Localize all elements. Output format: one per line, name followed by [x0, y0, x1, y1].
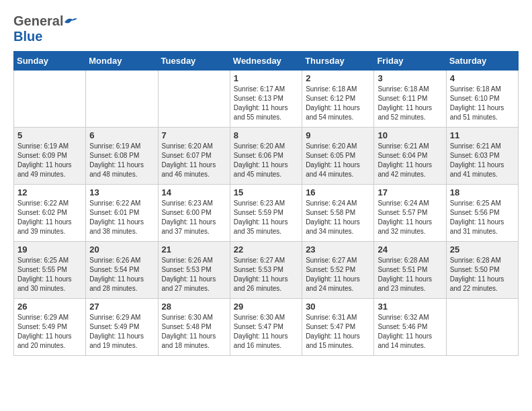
day-info: Sunrise: 6:20 AM Sunset: 6:07 PM Dayligh…: [162, 142, 226, 179]
calendar-cell: 28Sunrise: 6:30 AM Sunset: 5:48 PM Dayli…: [158, 299, 230, 356]
day-info: Sunrise: 6:19 AM Sunset: 6:08 PM Dayligh…: [89, 142, 154, 179]
day-info: Sunrise: 6:24 AM Sunset: 5:57 PM Dayligh…: [378, 199, 442, 236]
calendar-cell: 26Sunrise: 6:29 AM Sunset: 5:49 PM Dayli…: [14, 299, 86, 356]
day-number: 24: [378, 244, 442, 255]
day-number: 29: [234, 302, 298, 312]
calendar-cell: 5Sunrise: 6:19 AM Sunset: 6:09 PM Daylig…: [14, 128, 86, 185]
day-number: 21: [162, 244, 226, 255]
day-info: Sunrise: 6:23 AM Sunset: 5:59 PM Dayligh…: [234, 199, 298, 236]
calendar-cell: 21Sunrise: 6:26 AM Sunset: 5:53 PM Dayli…: [158, 242, 230, 299]
day-number: 20: [89, 244, 154, 255]
calendar-cell: 25Sunrise: 6:28 AM Sunset: 5:50 PM Dayli…: [446, 242, 518, 299]
day-info: Sunrise: 6:28 AM Sunset: 5:50 PM Dayligh…: [450, 256, 515, 293]
calendar-cell: 14Sunrise: 6:23 AM Sunset: 6:00 PM Dayli…: [158, 185, 230, 242]
calendar-cell: 6Sunrise: 6:19 AM Sunset: 6:08 PM Daylig…: [86, 128, 158, 185]
calendar-cell: [158, 71, 230, 128]
calendar-cell: 23Sunrise: 6:27 AM Sunset: 5:52 PM Dayli…: [302, 242, 374, 299]
day-number: 2: [306, 73, 370, 83]
logo: General Blue: [13, 13, 78, 44]
calendar-cell: 24Sunrise: 6:28 AM Sunset: 5:51 PM Dayli…: [374, 242, 446, 299]
day-number: 11: [450, 130, 515, 140]
weekday-header-tuesday: Tuesday: [158, 52, 230, 71]
weekday-header-friday: Friday: [374, 52, 446, 71]
day-number: 3: [378, 73, 442, 83]
calendar-cell: 20Sunrise: 6:26 AM Sunset: 5:54 PM Dayli…: [86, 242, 158, 299]
day-number: 28: [162, 302, 226, 312]
calendar-cell: 10Sunrise: 6:21 AM Sunset: 6:04 PM Dayli…: [374, 128, 446, 185]
day-info: Sunrise: 6:18 AM Sunset: 6:12 PM Dayligh…: [306, 85, 370, 122]
day-info: Sunrise: 6:27 AM Sunset: 5:52 PM Dayligh…: [306, 256, 370, 293]
day-info: Sunrise: 6:22 AM Sunset: 6:01 PM Dayligh…: [89, 199, 154, 236]
calendar-cell: [14, 71, 86, 128]
logo-bird-icon: [63, 15, 78, 28]
day-number: 23: [306, 244, 370, 255]
day-info: Sunrise: 6:25 AM Sunset: 5:56 PM Dayligh…: [450, 199, 515, 236]
day-info: Sunrise: 6:22 AM Sunset: 6:02 PM Dayligh…: [17, 199, 82, 236]
calendar-cell: 8Sunrise: 6:20 AM Sunset: 6:06 PM Daylig…: [230, 128, 302, 185]
calendar-week-row: 26Sunrise: 6:29 AM Sunset: 5:49 PM Dayli…: [14, 299, 519, 356]
calendar-cell: 9Sunrise: 6:20 AM Sunset: 6:05 PM Daylig…: [302, 128, 374, 185]
calendar-table: SundayMondayTuesdayWednesdayThursdayFrid…: [13, 51, 519, 356]
day-info: Sunrise: 6:30 AM Sunset: 5:48 PM Dayligh…: [162, 313, 226, 351]
day-number: 22: [234, 244, 298, 255]
day-info: Sunrise: 6:29 AM Sunset: 5:49 PM Dayligh…: [17, 313, 82, 351]
header: General Blue: [13, 13, 519, 44]
day-number: 19: [17, 244, 82, 255]
calendar-cell: 11Sunrise: 6:21 AM Sunset: 6:03 PM Dayli…: [446, 128, 518, 185]
calendar-week-row: 5Sunrise: 6:19 AM Sunset: 6:09 PM Daylig…: [14, 128, 519, 185]
logo-general-text: General: [13, 13, 63, 29]
calendar-cell: [86, 71, 158, 128]
day-info: Sunrise: 6:27 AM Sunset: 5:53 PM Dayligh…: [234, 256, 298, 293]
day-info: Sunrise: 6:26 AM Sunset: 5:53 PM Dayligh…: [162, 256, 226, 293]
day-info: Sunrise: 6:18 AM Sunset: 6:10 PM Dayligh…: [450, 85, 515, 122]
calendar-cell: 19Sunrise: 6:25 AM Sunset: 5:55 PM Dayli…: [14, 242, 86, 299]
day-number: 8: [234, 130, 298, 140]
day-number: 18: [450, 187, 515, 197]
weekday-header-thursday: Thursday: [302, 52, 374, 71]
weekday-header-wednesday: Wednesday: [230, 52, 302, 71]
day-number: 27: [89, 302, 154, 312]
day-number: 1: [234, 73, 298, 83]
day-info: Sunrise: 6:28 AM Sunset: 5:51 PM Dayligh…: [378, 256, 442, 293]
calendar-cell: 13Sunrise: 6:22 AM Sunset: 6:01 PM Dayli…: [86, 185, 158, 242]
calendar-cell: 1Sunrise: 6:17 AM Sunset: 6:13 PM Daylig…: [230, 71, 302, 128]
calendar-cell: 15Sunrise: 6:23 AM Sunset: 5:59 PM Dayli…: [230, 185, 302, 242]
calendar-cell: 31Sunrise: 6:32 AM Sunset: 5:46 PM Dayli…: [374, 299, 446, 356]
calendar-cell: 22Sunrise: 6:27 AM Sunset: 5:53 PM Dayli…: [230, 242, 302, 299]
calendar-cell: 4Sunrise: 6:18 AM Sunset: 6:10 PM Daylig…: [446, 71, 518, 128]
day-info: Sunrise: 6:21 AM Sunset: 6:03 PM Dayligh…: [450, 142, 515, 179]
day-info: Sunrise: 6:23 AM Sunset: 6:00 PM Dayligh…: [162, 199, 226, 236]
day-info: Sunrise: 6:21 AM Sunset: 6:04 PM Dayligh…: [378, 142, 442, 179]
calendar-cell: 7Sunrise: 6:20 AM Sunset: 6:07 PM Daylig…: [158, 128, 230, 185]
calendar-cell: 27Sunrise: 6:29 AM Sunset: 5:49 PM Dayli…: [86, 299, 158, 356]
calendar-cell: 2Sunrise: 6:18 AM Sunset: 6:12 PM Daylig…: [302, 71, 374, 128]
day-number: 30: [306, 302, 370, 312]
weekday-header-sunday: Sunday: [14, 52, 86, 71]
day-info: Sunrise: 6:29 AM Sunset: 5:49 PM Dayligh…: [89, 313, 154, 351]
day-number: 31: [378, 302, 442, 312]
day-number: 6: [89, 130, 154, 140]
calendar-week-row: 19Sunrise: 6:25 AM Sunset: 5:55 PM Dayli…: [14, 242, 519, 299]
day-number: 9: [306, 130, 370, 140]
day-info: Sunrise: 6:20 AM Sunset: 6:06 PM Dayligh…: [234, 142, 298, 179]
calendar-cell: 30Sunrise: 6:31 AM Sunset: 5:47 PM Dayli…: [302, 299, 374, 356]
day-info: Sunrise: 6:19 AM Sunset: 6:09 PM Dayligh…: [17, 142, 82, 179]
calendar-cell: 29Sunrise: 6:30 AM Sunset: 5:47 PM Dayli…: [230, 299, 302, 356]
day-info: Sunrise: 6:17 AM Sunset: 6:13 PM Dayligh…: [234, 85, 298, 122]
day-info: Sunrise: 6:31 AM Sunset: 5:47 PM Dayligh…: [306, 313, 370, 351]
day-number: 7: [162, 130, 226, 140]
calendar-cell: 12Sunrise: 6:22 AM Sunset: 6:02 PM Dayli…: [14, 185, 86, 242]
weekday-header-saturday: Saturday: [446, 52, 518, 71]
day-number: 17: [378, 187, 442, 197]
day-info: Sunrise: 6:20 AM Sunset: 6:05 PM Dayligh…: [306, 142, 370, 179]
day-info: Sunrise: 6:26 AM Sunset: 5:54 PM Dayligh…: [89, 256, 154, 293]
calendar-cell: 16Sunrise: 6:24 AM Sunset: 5:58 PM Dayli…: [302, 185, 374, 242]
day-number: 13: [89, 187, 154, 197]
day-info: Sunrise: 6:25 AM Sunset: 5:55 PM Dayligh…: [17, 256, 82, 293]
day-info: Sunrise: 6:24 AM Sunset: 5:58 PM Dayligh…: [306, 199, 370, 236]
weekday-header-row: SundayMondayTuesdayWednesdayThursdayFrid…: [14, 52, 519, 71]
calendar-week-row: 1Sunrise: 6:17 AM Sunset: 6:13 PM Daylig…: [14, 71, 519, 128]
day-info: Sunrise: 6:18 AM Sunset: 6:11 PM Dayligh…: [378, 85, 442, 122]
day-number: 14: [162, 187, 226, 197]
day-number: 25: [450, 244, 515, 255]
